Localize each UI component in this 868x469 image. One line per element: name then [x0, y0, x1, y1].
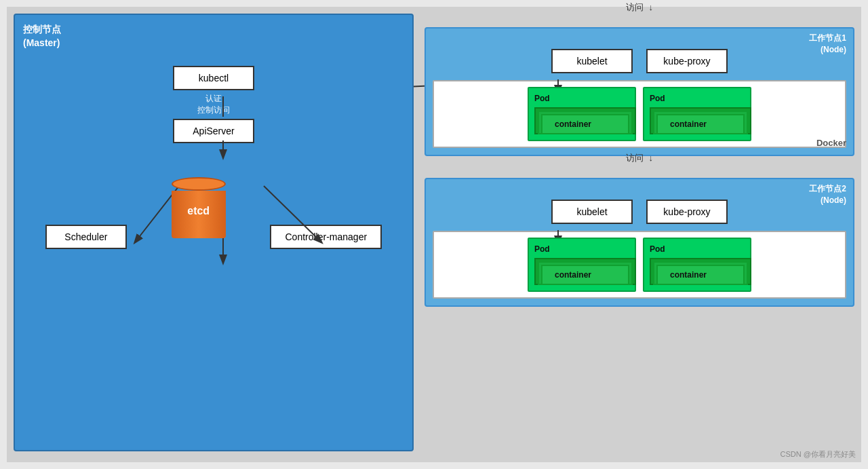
container-front: container [541, 265, 629, 285]
etcd-cylinder: etcd [172, 177, 226, 238]
container-front: container [541, 114, 629, 134]
visit-label-1: 访问 ↓ [626, 1, 653, 14]
master-inner: kubectl 认证 控制访问 ApiServer [23, 52, 404, 444]
node1-docker-label: Docker [816, 138, 846, 148]
node1-pod1-label: Pod [534, 94, 629, 103]
node2-pod2-container: container [656, 265, 745, 285]
node2-kubelet: kubelet [551, 200, 633, 224]
node1-title: 工作节点1 (Node) [809, 33, 846, 56]
node2-pods-container: Pod container Pod [433, 231, 846, 299]
node1-pod2-label: Pod [650, 94, 745, 103]
master-panel: 控制节点 (Master) kubectl 认证 控制访问 ApiServer [14, 14, 414, 451]
auth-label: 认证 控制访问 [197, 93, 230, 116]
node2-pod2-label: Pod [650, 244, 745, 254]
etcd-label: etcd [187, 205, 210, 217]
node2-panel: 工作节点2 (Node) kubelet kube-proxy [425, 178, 854, 307]
right-panels: 访问 ↓ 工作节点1 (Node) kubelet kube-proxy [425, 14, 854, 455]
cylinder-body: etcd [172, 191, 226, 238]
node2-pod1-container: container [541, 265, 629, 285]
node1-pod1: Pod container [528, 87, 636, 141]
visit-label-2: 访问 ↓ [626, 152, 653, 164]
apiserver-box: ApiServer [173, 119, 254, 143]
node2-pod2: Pod container [643, 238, 751, 292]
node1-pods-container: Pod container Pod [433, 80, 846, 148]
etcd-container: etcd [172, 177, 226, 238]
main-container: 控制节点 (Master) kubectl 认证 控制访问 ApiServer [7, 7, 861, 462]
node1-pod2: Pod container [643, 87, 751, 141]
node1-pod2-container: container [656, 114, 745, 134]
node1-wrapper: 访问 ↓ 工作节点1 (Node) kubelet kube-proxy [425, 14, 854, 156]
node1-pod1-container: container [541, 114, 629, 134]
controller-manager-box: Controller-manager [270, 225, 382, 249]
node2-top-row: kubelet kube-proxy [433, 200, 846, 224]
node2-kubeproxy: kube-proxy [646, 200, 728, 224]
node1-kubelet: kubelet [551, 49, 633, 73]
bottom-row: Scheduler etcd Controller-manager [23, 170, 404, 249]
kubectl-box: kubectl [173, 66, 254, 90]
node2-pod1-label: Pod [534, 244, 629, 254]
container-front: container [656, 114, 745, 134]
node1-panel: 工作节点1 (Node) kubelet kube-proxy [425, 27, 854, 156]
container-front: container [656, 265, 745, 285]
watermark: CSDN @你看月亮好美 [781, 449, 856, 459]
node1-kubeproxy: kube-proxy [646, 49, 728, 73]
cylinder-top [172, 177, 226, 191]
master-title: 控制节点 (Master) [23, 23, 404, 50]
node1-top-row: kubelet kube-proxy [433, 49, 846, 73]
scheduler-box: Scheduler [45, 225, 127, 249]
node2-wrapper: 访问 ↓ 工作节点2 (Node) kubelet kube-proxy [425, 164, 854, 307]
node2-title: 工作节点2 (Node) [809, 183, 846, 206]
node2-pod1: Pod container [528, 238, 636, 292]
